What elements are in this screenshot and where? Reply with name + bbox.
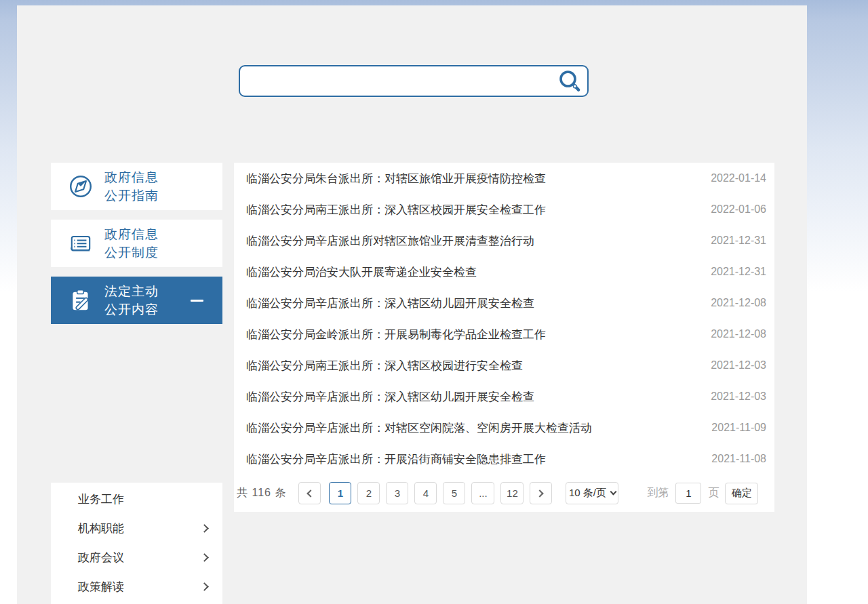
pagination-bar: 共 116 条 1 2 3 4 5 ... 12 10 条/页 到第 页 确定 [234,475,774,512]
news-date: 2021-12-08 [711,297,766,309]
sidebar-item-active-disclosure[interactable]: 法定主动 公开内容 [51,277,222,324]
sidebar-item-open-system[interactable]: 政府信息 公开制度 [51,220,222,267]
page-button-3[interactable]: 3 [386,482,408,504]
content-panel: 政府信息 公开指南 政府信息 公开制度 [17,5,807,604]
chevron-right-icon [200,582,209,591]
search-button[interactable] [552,66,587,96]
sidebar-item-label: 政府信息 公开指南 [104,168,159,205]
news-date: 2021-12-31 [711,266,766,278]
search-input[interactable] [240,66,552,96]
news-title[interactable]: 临淄公安分局辛店派出所：深入辖区幼儿园开展安全检查 [246,296,534,311]
collapse-minus-icon[interactable] [191,300,203,302]
news-title[interactable]: 临淄公安分局金岭派出所：开展易制毒化学品企业检查工作 [246,327,546,342]
search-icon [557,69,582,94]
page-size-label: 10 条/页 [569,487,606,500]
news-row[interactable]: 临淄公安分局辛店派出所：对辖区空闲院落、空闲房开展大检查活动 2021-11-0… [234,412,774,443]
menu-item-label: 政策解读 [78,579,124,595]
news-row[interactable]: 临淄公安分局辛店派出所对辖区旅馆业开展清查整治行动 2021-12-31 [234,225,774,256]
total-count-label: 共 116 条 [237,486,286,500]
news-row[interactable]: 临淄公安分局辛店派出所：深入辖区幼儿园开展安全检查 2021-12-03 [234,381,774,412]
page-button-1[interactable]: 1 [329,482,351,504]
news-date: 2022-01-14 [711,172,766,184]
menu-item-business-work[interactable]: 业务工作 [51,485,222,514]
search-box [239,65,589,97]
news-date: 2021-11-08 [711,453,766,465]
news-title[interactable]: 临淄公安分局辛店派出所：深入辖区幼儿园开展安全检查 [246,389,534,405]
clipboard-pencil-icon [68,287,94,313]
news-date: 2021-11-09 [711,422,766,434]
news-row[interactable]: 临淄公安分局辛店派出所：开展沿街商铺安全隐患排查工作 2021-11-08 [234,443,774,475]
menu-item-major-decisions[interactable]: 重大行政决策 [51,601,222,604]
page-ellipsis-button[interactable]: ... [471,482,494,504]
chevron-down-icon [610,489,616,496]
news-list: 临淄公安分局朱台派出所：对辖区旅馆业开展疫情防控检查 2022-01-14 临淄… [234,163,774,512]
chevron-right-icon [536,489,544,497]
goto-page-prefix: 到第 [647,486,669,500]
news-date: 2021-12-03 [711,359,766,371]
news-title[interactable]: 临淄公安分局南王派出所：深入辖区校园进行安全检查 [246,358,523,374]
compass-icon [68,174,94,199]
sidebar-item-open-guide[interactable]: 政府信息 公开指南 [51,163,222,210]
menu-item-org-functions[interactable]: 机构职能 [51,514,222,543]
menu-item-gov-meetings[interactable]: 政府会议 [51,543,222,572]
goto-page-suffix: 页 [708,486,719,500]
confirm-button[interactable]: 确定 [725,483,758,504]
page-button-2[interactable]: 2 [357,482,380,504]
sidebar: 政府信息 公开指南 政府信息 公开制度 [51,163,222,334]
news-row[interactable]: 临淄公安分局金岭派出所：开展易制毒化学品企业检查工作 2021-12-08 [234,319,774,350]
page-button-4[interactable]: 4 [414,482,437,504]
page-button-5[interactable]: 5 [443,482,465,504]
chevron-right-icon [200,553,209,562]
document-icon [68,230,94,256]
menu-item-label: 业务工作 [78,491,124,507]
news-row[interactable]: 临淄公安分局朱台派出所：对辖区旅馆业开展疫情防控检查 2022-01-14 [234,163,774,194]
sidebar-item-label: 法定主动 公开内容 [104,282,159,319]
news-title[interactable]: 临淄公安分局朱台派出所：对辖区旅馆业开展疫情防控检查 [246,171,546,186]
news-date: 2022-01-06 [711,203,766,216]
news-row[interactable]: 临淄公安分局南王派出所：深入辖区校园进行安全检查 2021-12-03 [234,350,774,381]
page-button-12[interactable]: 12 [500,482,524,504]
news-date: 2021-12-03 [711,390,766,403]
sidebar-item-label: 政府信息 公开制度 [104,225,159,262]
chevron-right-icon [200,524,209,533]
news-date: 2021-12-31 [711,235,766,247]
news-title[interactable]: 临淄公安分局辛店派出所对辖区旅馆业开展清查整治行动 [246,233,534,249]
news-row[interactable]: 临淄公安分局辛店派出所：深入辖区幼儿园开展安全检查 2021-12-08 [234,287,774,319]
next-page-button[interactable] [530,482,552,504]
goto-page-input[interactable] [675,483,701,504]
news-title[interactable]: 临淄公安分局南王派出所：深入辖区校园开展安全检查工作 [246,202,546,218]
news-row[interactable]: 临淄公安分局治安大队开展寄递企业安全检查 2021-12-31 [234,256,774,287]
menu-item-policy-interpretation[interactable]: 政策解读 [51,572,222,601]
news-title[interactable]: 临淄公安分局辛店派出所：开展沿街商铺安全隐患排查工作 [246,451,546,467]
menu-item-label: 政府会议 [78,550,124,565]
news-date: 2021-12-08 [711,328,766,340]
news-row[interactable]: 临淄公安分局南王派出所：深入辖区校园开展安全检查工作 2022-01-06 [234,194,774,225]
menu-item-label: 机构职能 [78,521,124,536]
prev-page-button[interactable] [298,482,321,504]
news-title[interactable]: 临淄公安分局辛店派出所：对辖区空闲院落、空闲房开展大检查活动 [246,420,592,436]
page-size-select[interactable]: 10 条/页 [566,482,618,504]
sidebar-menu: 业务工作 机构职能 政府会议 政策解读 重大行政决策 民生公益 [51,483,222,604]
chevron-left-icon [307,489,315,497]
news-title[interactable]: 临淄公安分局治安大队开展寄递企业安全检查 [246,264,477,280]
